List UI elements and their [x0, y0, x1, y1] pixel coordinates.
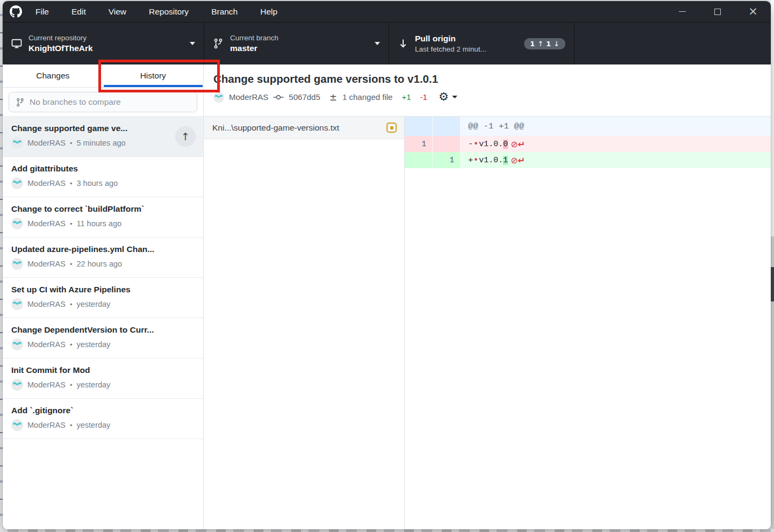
no-newline-icon: ⊘ — [511, 139, 518, 149]
minimize-button[interactable] — [664, 1, 700, 22]
avatar — [11, 177, 23, 189]
commit-item-author: ModerRAS — [27, 300, 66, 308]
close-button[interactable]: × — [735, 1, 771, 22]
commit-item-time: yesterday — [76, 300, 110, 308]
commit-header: Change supported game versions to v1.0.1… — [204, 64, 771, 117]
whitespace-dot-icon: • — [474, 139, 478, 149]
file-row[interactable]: Kni...\supported-game-versions.txt — [204, 117, 404, 139]
commit-item-title: Change supported game ve... — [11, 124, 171, 133]
current-repository-value: KnightOfTheArk — [28, 44, 93, 53]
menu-item-edit[interactable]: Edit — [60, 1, 97, 22]
maximize-button[interactable] — [700, 1, 735, 22]
diff-panel: @@ -1 +1 @@ 1 -•v1.0.0⊘↵ 1 +•v1.0.1⊘↵ — [405, 117, 771, 529]
commit-title-heading: Change supported game versions to v1.0.1 — [213, 73, 761, 85]
menu-item-branch[interactable]: Branch — [200, 1, 249, 22]
commit-author: ModerRAS — [229, 92, 268, 102]
compare-branch-input[interactable]: No branches to compare — [9, 92, 197, 112]
diff-options-button[interactable]: ⚙ — [439, 91, 457, 103]
diff-row-added: 1 +•v1.0.1⊘↵ — [405, 152, 771, 168]
commit-list-item[interactable]: Change DependentVersion to Curr... Moder… — [3, 318, 203, 358]
current-branch-button[interactable]: Current branch master — [204, 23, 389, 64]
pull-origin-button[interactable]: Pull origin Last fetched 2 minut... 1↑ 1… — [389, 23, 575, 64]
window-controls: × — [664, 1, 771, 22]
current-branch-value: master — [230, 44, 278, 53]
branch-filter-area: No branches to compare — [3, 88, 203, 117]
toolbar-empty-space — [575, 23, 771, 64]
commit-item-author: ModerRAS — [27, 179, 66, 188]
arrow-up-icon: ↑ — [181, 131, 190, 142]
current-repository-button[interactable]: Current repository KnightOfTheArk — [3, 23, 204, 64]
minimize-icon — [679, 11, 686, 12]
commit-list-item[interactable]: Updated azure-pipelines.yml Chan... Mode… — [3, 238, 203, 278]
chevron-down-icon — [190, 42, 195, 45]
menu-item-file[interactable]: File — [24, 1, 60, 22]
return-arrow-icon: ↵ — [518, 155, 525, 166]
commit-item-title: Init Commit for Mod — [11, 365, 171, 375]
commit-item-author: ModerRAS — [27, 260, 66, 268]
no-newline-icon: ⊘ — [511, 155, 518, 166]
commit-item-time: 22 hours ago — [76, 260, 122, 268]
push-commit-button[interactable]: ↑ — [175, 126, 196, 147]
menu-bar: FileEditViewRepositoryBranchHelp — [24, 1, 289, 22]
chevron-down-icon — [375, 42, 380, 45]
current-branch-label: Current branch — [230, 34, 278, 42]
commit-list-item[interactable]: Init Commit for Mod ModerRAS•yesterday — [3, 358, 203, 399]
file-name: Kni...\supported-game-versions.txt — [212, 123, 386, 133]
github-logo-icon — [10, 5, 22, 18]
menu-item-help[interactable]: Help — [249, 1, 289, 22]
commit-list-item[interactable]: Change to correct `buildPlatform` ModerR… — [3, 197, 203, 238]
commit-item-title: Add gitattributes — [11, 164, 171, 174]
commit-item-author: ModerRAS — [27, 380, 66, 389]
ahead-behind-badge: 1↑ 1↓ — [524, 38, 565, 49]
menu-item-view[interactable]: View — [97, 1, 138, 22]
commit-list-item[interactable]: Add gitattributes ModerRAS•3 hours ago — [3, 157, 203, 197]
commit-item-time: 5 minutes ago — [76, 139, 125, 147]
commit-item-time: 3 hours ago — [76, 179, 118, 188]
menu-item-repository[interactable]: Repository — [138, 1, 200, 22]
old-line-number: 1 — [405, 136, 433, 152]
avatar — [11, 419, 23, 431]
arrow-up-icon: ↑ — [538, 40, 543, 48]
commit-item-time: yesterday — [76, 380, 110, 389]
changed-files-count: 1 changed file — [342, 92, 392, 102]
diff-line-content: -•v1.0.0⊘↵ — [461, 139, 525, 149]
commit-detail-panel: Change supported game versions to v1.0.1… — [204, 64, 771, 529]
old-line-number — [405, 152, 433, 168]
gear-icon: ⚙ — [439, 91, 449, 103]
app-window: FileEditViewRepositoryBranchHelp × Curre… — [3, 1, 771, 529]
diff-modified-icon: ± — [329, 92, 337, 103]
commit-list-item[interactable]: Set up CI with Azure Pipelines ModerRAS•… — [3, 278, 203, 318]
arrow-down-icon — [398, 38, 408, 49]
file-modified-icon — [386, 123, 397, 133]
current-repository-label: Current repository — [28, 34, 93, 42]
return-arrow-icon: ↵ — [518, 139, 525, 149]
avatar — [11, 379, 23, 391]
commit-list-item[interactable]: Add `.gitignore` ModerRAS•yesterday — [3, 399, 203, 439]
changed-char-highlight: 0 — [503, 140, 508, 149]
avatar — [11, 218, 23, 229]
diff-row-removed: 1 -•v1.0.0⊘↵ — [405, 136, 771, 152]
maximize-icon — [714, 9, 721, 15]
background-window-sliver-right — [771, 0, 774, 532]
avatar — [11, 258, 23, 270]
git-branch-icon — [213, 38, 224, 49]
avatar — [11, 137, 23, 149]
tab-history[interactable]: History — [103, 64, 204, 87]
commit-sha: 5067dd5 — [289, 92, 320, 102]
hunk-header-text: @@ -1 +1 @@ — [461, 122, 525, 131]
git-branch-icon — [16, 98, 25, 107]
tab-changes[interactable]: Changes — [3, 64, 103, 87]
commit-item-title: Add `.gitignore` — [11, 406, 171, 415]
commit-item-author: ModerRAS — [27, 139, 66, 147]
commit-item-title: Change DependentVersion to Curr... — [11, 325, 171, 335]
commit-list-item[interactable]: Change supported game ve... ModerRAS•5 m… — [3, 117, 203, 157]
commit-item-author: ModerRAS — [27, 219, 66, 228]
chevron-down-icon — [452, 96, 457, 98]
changed-files-panel: Kni...\supported-game-versions.txt — [204, 117, 405, 529]
commit-item-time: 11 hours ago — [76, 219, 121, 228]
commit-item-time: yesterday — [76, 421, 110, 429]
whitespace-dot-icon: • — [474, 155, 478, 165]
commit-item-author: ModerRAS — [27, 421, 66, 429]
toolbar: Current repository KnightOfTheArk Curren… — [3, 23, 771, 64]
deletions-count: -1 — [420, 92, 427, 102]
